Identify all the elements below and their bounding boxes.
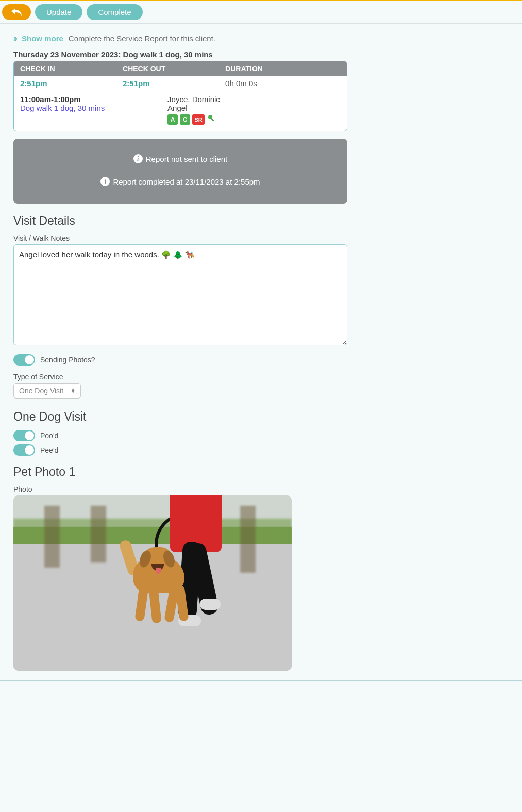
visit-details-heading: Visit Details bbox=[13, 214, 347, 228]
show-more-link[interactable]: Show more bbox=[22, 34, 63, 43]
photo-label: Photo bbox=[13, 485, 347, 493]
check-card: CHECK IN CHECK OUT DURATION 2:51pm 2:51p… bbox=[13, 61, 347, 131]
peed-label: Pee'd bbox=[40, 446, 58, 454]
check-out-header: CHECK OUT bbox=[123, 64, 225, 73]
sending-photos-toggle[interactable] bbox=[13, 354, 35, 366]
service-link[interactable]: Dog walk 1 dog, 30 mins bbox=[20, 104, 167, 112]
info-icon: i bbox=[133, 154, 143, 163]
duration-value: 0h 0m 0s bbox=[225, 79, 341, 88]
duration-header: DURATION bbox=[225, 64, 341, 73]
check-in-header: CHECK IN bbox=[20, 64, 123, 73]
status-box: i Report not sent to client i Report com… bbox=[13, 139, 347, 204]
info-icon: i bbox=[100, 177, 110, 186]
svg-rect-1 bbox=[210, 118, 214, 122]
status-completed: Report completed at 23/11/2023 at 2:55pm bbox=[113, 177, 260, 186]
badge-sr[interactable]: SR bbox=[192, 114, 205, 125]
client-name: Joyce, Dominic bbox=[167, 95, 341, 104]
badge-c[interactable]: C bbox=[180, 114, 190, 125]
update-button[interactable]: Update bbox=[35, 4, 82, 20]
badges-row: A C SR bbox=[167, 114, 341, 125]
type-of-service-select[interactable]: One Dog Visit ▲▼ bbox=[13, 383, 81, 399]
one-dog-heading: One Dog Visit bbox=[13, 410, 347, 424]
back-button[interactable] bbox=[2, 4, 31, 20]
pood-toggle[interactable] bbox=[13, 430, 35, 441]
chevrons-right-icon: ›› bbox=[13, 33, 15, 44]
reply-arrow-icon bbox=[11, 8, 22, 16]
pet-photo[interactable] bbox=[13, 495, 292, 671]
pet-name: Angel bbox=[167, 104, 341, 112]
peed-toggle[interactable] bbox=[13, 444, 35, 456]
show-more-row: ›› Show more Complete the Service Report… bbox=[13, 33, 347, 44]
toolbar: Update Complete bbox=[0, 1, 522, 24]
badge-a[interactable]: A bbox=[167, 114, 178, 125]
status-not-sent: Report not sent to client bbox=[146, 155, 227, 163]
select-caret-icon: ▲▼ bbox=[71, 388, 75, 393]
show-more-description: Complete the Service Report for this cli… bbox=[69, 34, 215, 43]
pet-photo-heading: Pet Photo 1 bbox=[13, 465, 347, 479]
type-of-service-value: One Dog Visit bbox=[19, 387, 63, 395]
key-icon[interactable] bbox=[208, 114, 216, 125]
complete-button[interactable]: Complete bbox=[87, 4, 142, 20]
sending-photos-label: Sending Photos? bbox=[40, 356, 95, 364]
notes-label: Visit / Walk Notes bbox=[13, 234, 347, 242]
check-header: CHECK IN CHECK OUT DURATION bbox=[14, 61, 347, 76]
pood-label: Poo'd bbox=[40, 432, 58, 440]
notes-textarea[interactable] bbox=[13, 244, 347, 345]
check-out-time[interactable]: 2:51pm bbox=[123, 79, 225, 88]
visit-time-range: 11:00am-1:00pm bbox=[20, 95, 167, 104]
date-title: Thursday 23 November 2023: Dog walk 1 do… bbox=[13, 50, 347, 59]
check-in-time[interactable]: 2:51pm bbox=[20, 79, 123, 88]
type-of-service-label: Type of Service bbox=[13, 373, 347, 381]
